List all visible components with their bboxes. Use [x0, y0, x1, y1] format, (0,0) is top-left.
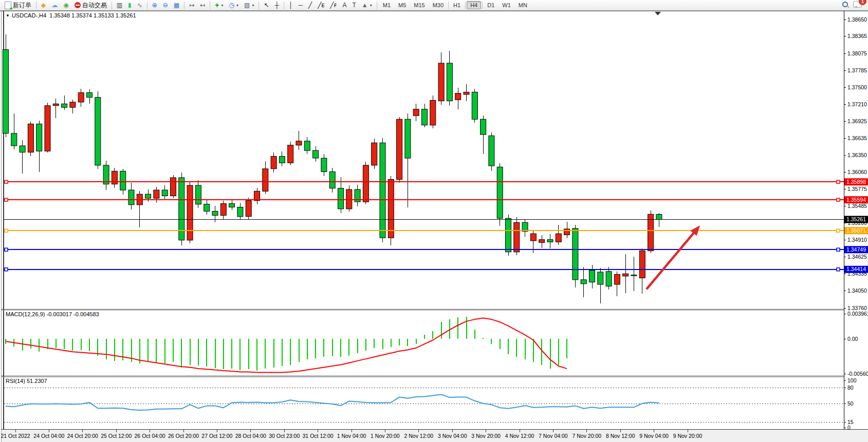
styler-button[interactable]: ◆ — [39, 0, 48, 10]
autotrade-button-label: 自动交易 — [82, 1, 107, 10]
svg-text:1.36350: 1.36350 — [847, 152, 867, 158]
svg-text:26 Oct 20:00: 26 Oct 20:00 — [168, 433, 199, 439]
crosshair-button[interactable]: ┼ — [272, 0, 282, 10]
svg-text:1.38075: 1.38075 — [847, 50, 867, 56]
bucket-icon: ◆ — [41, 2, 46, 8]
fibo-button[interactable]: ╱ꜰ — [327, 0, 339, 10]
chevron-down-icon: ▾ — [252, 3, 254, 8]
cursor-button[interactable]: ↖ — [261, 0, 271, 10]
chart-canvas[interactable]: 1.386501.383651.380751.377851.375001.372… — [0, 0, 868, 442]
svg-text:1.35898: 1.35898 — [846, 179, 866, 185]
autotrade-button[interactable]: 自动交易 — [72, 0, 109, 10]
zoom-in-button[interactable]: ⊕ — [150, 0, 160, 10]
signals-button[interactable]: ◉ — [61, 0, 71, 10]
main-toolbar: 新订单◆☁◉自动交易▥▮∿⊕⊖▦↦↤+▾◷▾▧▾↖┼│─╱╱ᴇ╱ꜰAT▲▾M1M… — [0, 0, 868, 11]
svg-text:1.37785: 1.37785 — [847, 67, 867, 73]
bar-chart-button[interactable]: ▥ — [114, 0, 125, 10]
chevron-down-icon: ▾ — [221, 3, 224, 8]
auto-scroll-button[interactable]: ↦ — [187, 0, 197, 10]
hline-button[interactable]: ─ — [296, 0, 305, 10]
svg-text:30 Oct 23:00: 30 Oct 23:00 — [269, 433, 300, 439]
channel-icon: ╱ᴇ — [318, 2, 324, 8]
candle-chart-button[interactable]: ▮ — [125, 0, 134, 10]
svg-text:1.34749: 1.34749 — [846, 246, 866, 253]
timeframe-button-m5[interactable]: M5 — [395, 1, 410, 9]
svg-text:-0.005601: -0.005601 — [847, 371, 868, 377]
svg-text:1.34625: 1.34625 — [847, 254, 867, 260]
svg-text:27 Oct 12:00: 27 Oct 12:00 — [201, 433, 232, 439]
signal-icon: ◉ — [63, 2, 68, 8]
toolbar-separator — [448, 2, 449, 9]
svg-text:3 Nov 04:00: 3 Nov 04:00 — [438, 433, 467, 439]
svg-text:1.34910: 1.34910 — [847, 237, 867, 243]
timeframe-button-w1[interactable]: W1 — [498, 1, 514, 9]
toolbar-separator — [465, 2, 466, 9]
svg-text:1.35485: 1.35485 — [847, 203, 867, 209]
rsi-indicator-label: RSI(14) 51.2307 — [6, 378, 47, 384]
timeframe-button-m1[interactable]: M1 — [379, 1, 394, 9]
svg-text:1.34050: 1.34050 — [847, 287, 867, 294]
cursor-icon: ↖ — [264, 2, 269, 8]
macd-values: -0.003017 -0.004583 — [46, 311, 99, 317]
tile-windows-button[interactable]: ▦ — [171, 0, 182, 10]
chart-menu-icon[interactable]: ▼ — [6, 13, 10, 18]
label-button[interactable]: T — [349, 0, 358, 10]
toolbar-separator — [36, 2, 36, 9]
svg-text:25 Oct 12:00: 25 Oct 12:00 — [101, 433, 132, 439]
svg-text:28 Oct 04:00: 28 Oct 04:00 — [235, 433, 266, 439]
notification-badge: 1 — [859, 0, 866, 5]
templates-button[interactable]: ▧▾ — [242, 0, 256, 10]
new-order-button[interactable]: 新订单 — [2, 0, 34, 10]
svg-text:0.003961: 0.003961 — [847, 311, 868, 317]
text-button[interactable]: A — [340, 0, 349, 10]
shapes-icon: ▲ — [362, 2, 368, 8]
toolbar-separator — [210, 2, 210, 9]
shapes-button[interactable]: ▲▾ — [359, 0, 375, 10]
svg-text:1.36060: 1.36060 — [847, 169, 867, 175]
svg-text:21 Oct 2022: 21 Oct 2022 — [1, 433, 30, 439]
toolbar-separator — [258, 2, 259, 9]
zoom-out-icon: ⊖ — [163, 2, 168, 8]
timeframe-button-d1[interactable]: D1 — [484, 1, 498, 9]
indicator-plus-icon: + — [215, 2, 219, 9]
text-label-icon: T — [352, 2, 356, 8]
vline-button[interactable]: │ — [286, 0, 296, 10]
periods-button[interactable]: ◷▾ — [227, 0, 242, 10]
svg-text:4 Nov 12:00: 4 Nov 12:00 — [505, 433, 534, 439]
trendline-button[interactable]: ╱ — [306, 0, 315, 10]
toolbar-separator — [184, 2, 184, 9]
toolbar-right-group: 1 — [842, 1, 866, 10]
chart-shift-button[interactable]: ↤ — [197, 0, 208, 10]
svg-text:1.35261: 1.35261 — [846, 216, 866, 222]
timeframe-button-m30[interactable]: M30 — [429, 1, 447, 9]
svg-text:26 Oct 04:00: 26 Oct 04:00 — [135, 433, 165, 439]
chevron-down-icon: ▾ — [370, 3, 372, 8]
svg-text:1.35071: 1.35071 — [846, 227, 866, 234]
svg-text:1 Nov 04:00: 1 Nov 04:00 — [337, 433, 366, 439]
timeframe-button-m15[interactable]: M15 — [410, 1, 428, 9]
svg-text:1.34414: 1.34414 — [846, 266, 866, 272]
chart-shift-icon: ↤ — [200, 2, 205, 8]
svg-text:1.35594: 1.35594 — [846, 197, 866, 203]
template-icon: ▧ — [244, 2, 250, 8]
timeframe-button-mn[interactable]: MN — [515, 1, 531, 9]
timeframe-button-h1[interactable]: H1 — [450, 1, 464, 9]
svg-text:1.38365: 1.38365 — [847, 33, 867, 39]
autotrade-icon — [75, 2, 81, 8]
cloud-icon: ☁ — [51, 2, 58, 8]
svg-text:100: 100 — [847, 377, 857, 383]
toolbar-separator — [284, 2, 284, 9]
fibo-icon: ╱ꜰ — [330, 2, 337, 8]
svg-text:7 Nov 04:00: 7 Nov 04:00 — [539, 433, 568, 439]
indicators-button[interactable]: +▾ — [212, 0, 226, 10]
text-a-icon: A — [342, 2, 346, 8]
search-icon[interactable] — [842, 2, 849, 9]
line-chart-button[interactable]: ∿ — [135, 0, 145, 10]
publish-button[interactable]: ☁ — [49, 0, 60, 10]
timeframe-button-h4[interactable]: H4 — [467, 1, 481, 9]
svg-text:9 Nov 20:00: 9 Nov 20:00 — [673, 433, 703, 439]
trendline-icon: ╱ — [308, 2, 312, 8]
zoom-out-button[interactable]: ⊖ — [160, 0, 171, 10]
doc-plus-icon — [5, 2, 11, 9]
channel-button[interactable]: ╱ᴇ — [315, 0, 327, 10]
